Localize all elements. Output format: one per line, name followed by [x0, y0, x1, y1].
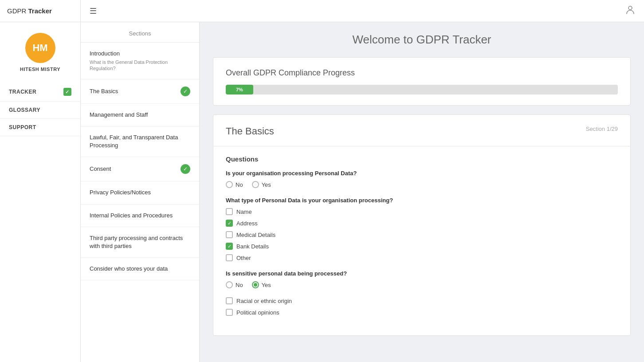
section-title-row: The Basics Section 1/29	[226, 126, 618, 137]
section-name-basics: The Basics	[90, 87, 118, 95]
q2-medical-label: Medical Details	[236, 232, 275, 238]
q2-bank-option[interactable]: ✓ Bank Details	[226, 243, 618, 250]
questions-title: Questions	[226, 155, 618, 163]
sidebar: GDPR Tracker HM HITESH MISTRY TRACKER ✓ …	[0, 0, 81, 362]
section-item-privacy[interactable]: Privacy Policies/Notices	[81, 181, 199, 204]
q2-address-label: Address	[236, 220, 258, 227]
q2-bank-label: Bank Details	[236, 243, 269, 250]
sections-panel: Sections Introduction What is the Genera…	[81, 22, 200, 362]
q3-no-radio[interactable]	[226, 281, 233, 288]
nav-label-glossary: GLOSSARY	[9, 107, 40, 113]
q4-racial-label: Racial or ethnic origin	[236, 298, 292, 304]
progress-card-title: Overall GDPR Compliance Progress	[226, 68, 618, 78]
nav-label-tracker: TRACKER	[9, 89, 36, 95]
q4-racial-option[interactable]: Racial or ethnic origin	[226, 297, 618, 304]
q4-political-checkbox[interactable]	[226, 309, 233, 316]
q4-checkbox-group: Racial or ethnic origin Political opinio…	[226, 297, 618, 316]
hamburger-icon[interactable]: ☰	[90, 6, 97, 16]
user-name: HITESH MISTRY	[20, 67, 60, 72]
q1-label: Is your organisation processing Personal…	[226, 170, 618, 177]
section-item-internal[interactable]: Internal Policies and Procedures	[81, 205, 199, 227]
app-title-text: GDPR Tracker	[7, 7, 52, 15]
section-name-introduction: Introduction	[90, 50, 190, 58]
q1-yes-option[interactable]: Yes	[252, 181, 271, 188]
section-sub-introduction: What is the General Data Protection Regu…	[90, 59, 190, 72]
section-name-internal: Internal Policies and Procedures	[90, 212, 173, 220]
nav-items: TRACKER ✓ GLOSSARY SUPPORT	[0, 79, 80, 140]
q2-medical-checkbox[interactable]	[226, 231, 233, 238]
app-title: GDPR Tracker	[0, 0, 80, 22]
progress-bar-background: 7%	[226, 85, 618, 94]
tracker-check-icon: ✓	[63, 88, 71, 96]
q3-yes-option[interactable]: Yes	[252, 281, 271, 288]
q2-address-option[interactable]: ✓ Address	[226, 220, 618, 227]
section-content-title: The Basics	[226, 126, 274, 137]
progress-card: Overall GDPR Compliance Progress 7%	[213, 57, 631, 106]
q2-name-checkbox[interactable]	[226, 208, 233, 215]
q3-no-label: No	[236, 282, 243, 288]
q2-name-label: Name	[236, 209, 252, 215]
main-area: ☰ Sections Introduction What is the Gene…	[81, 0, 644, 362]
basics-check-icon: ✓	[181, 87, 190, 96]
section-divider	[213, 146, 630, 146]
sections-header: Sections	[81, 22, 199, 43]
q3-yes-label: Yes	[262, 282, 271, 288]
q4-political-label: Political opinions	[236, 309, 279, 316]
svg-point-0	[628, 6, 632, 10]
q2-checkbox-group: Name ✓ Address Medical Details ✓ Bank De…	[226, 208, 618, 261]
consent-check-icon: ✓	[181, 164, 190, 174]
main-content: Welcome to GDPR Tracker Overall GDPR Com…	[200, 22, 644, 362]
section-name-consent: Consent	[90, 165, 111, 173]
section-item-consent[interactable]: Consent ✓	[81, 157, 199, 181]
q2-other-checkbox[interactable]	[226, 254, 233, 261]
progress-bar-fill: 7%	[226, 85, 253, 94]
q4-racial-checkbox[interactable]	[226, 297, 233, 304]
q1-radio-group: No Yes	[226, 181, 618, 188]
q4-political-option[interactable]: Political opinions	[226, 309, 618, 316]
q3-label: Is sensitive personal data being process…	[226, 270, 618, 277]
progress-label: 7%	[236, 87, 243, 92]
section-card: The Basics Section 1/29 Questions Is you…	[213, 114, 631, 336]
section-number: Section 1/29	[586, 126, 618, 132]
page-title: Welcome to GDPR Tracker	[213, 33, 631, 47]
section-item-thirdparty[interactable]: Third party processing and contracts wit…	[81, 227, 199, 258]
q3-radio-group: No Yes	[226, 281, 618, 288]
q1-no-option[interactable]: No	[226, 181, 243, 188]
topbar: ☰	[81, 0, 644, 22]
q2-medical-option[interactable]: Medical Details	[226, 231, 618, 238]
q2-address-checkbox[interactable]: ✓	[226, 220, 233, 227]
q2-label: What type of Personal Data is your organ…	[226, 197, 618, 204]
q1-no-label: No	[236, 181, 243, 188]
section-name-stores: Consider who stores your data	[90, 265, 168, 273]
section-item-lawful[interactable]: Lawful, Fair, and Transparent Data Proce…	[81, 126, 199, 157]
avatar: HM	[25, 33, 55, 63]
q1-no-radio[interactable]	[226, 181, 233, 188]
nav-item-support[interactable]: SUPPORT	[0, 119, 80, 136]
q3-no-option[interactable]: No	[226, 281, 243, 288]
section-item-management[interactable]: Management and Staff	[81, 104, 199, 126]
q3-yes-radio[interactable]	[252, 281, 259, 288]
section-item-introduction[interactable]: Introduction What is the General Data Pr…	[81, 43, 199, 79]
q2-bank-checkbox[interactable]: ✓	[226, 243, 233, 250]
nav-item-tracker[interactable]: TRACKER ✓	[0, 83, 80, 102]
user-icon[interactable]	[625, 5, 635, 17]
nav-item-glossary[interactable]: GLOSSARY	[0, 102, 80, 119]
section-item-basics[interactable]: The Basics ✓	[81, 79, 199, 104]
q2-other-label: Other	[236, 255, 251, 261]
section-name-management: Management and Staff	[90, 111, 148, 119]
q2-name-option[interactable]: Name	[226, 208, 618, 215]
section-name-thirdparty: Third party processing and contracts wit…	[90, 234, 190, 250]
q2-other-option[interactable]: Other	[226, 254, 618, 261]
section-item-stores[interactable]: Consider who stores your data	[81, 258, 199, 280]
nav-label-support: SUPPORT	[9, 124, 36, 130]
q1-yes-radio[interactable]	[252, 181, 259, 188]
section-name-privacy: Privacy Policies/Notices	[90, 189, 151, 197]
section-name-lawful: Lawful, Fair, and Transparent Data Proce…	[90, 134, 190, 150]
content: Sections Introduction What is the Genera…	[81, 22, 644, 362]
q1-yes-label: Yes	[262, 181, 271, 188]
avatar-section: HM HITESH MISTRY	[0, 22, 80, 79]
